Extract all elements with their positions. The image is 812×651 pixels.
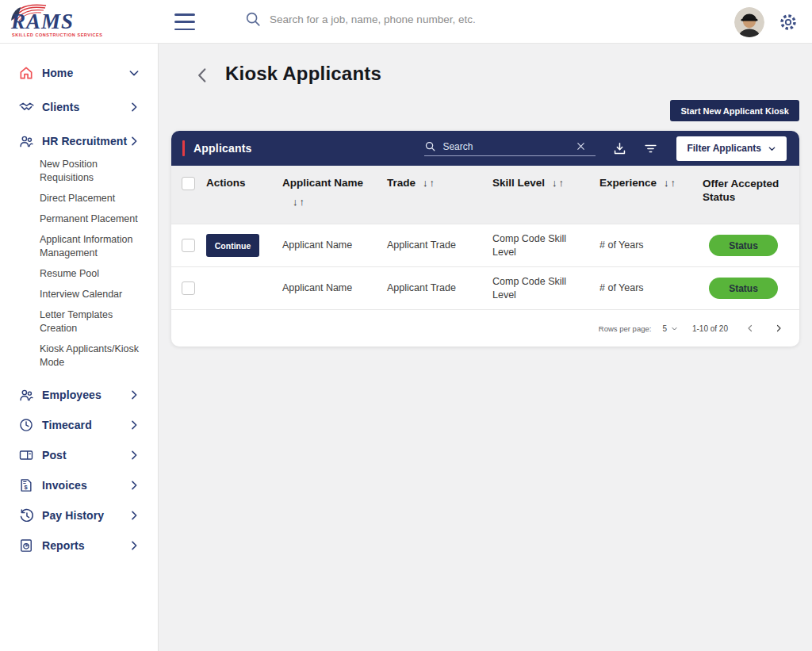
sidebar-item-label: Timecard [42,419,128,431]
gear-icon[interactable] [779,13,798,32]
panel-title: Applicants [193,142,252,155]
cell-applicant-name: Applicant Name [282,281,387,295]
sidebar-item-label: Post [42,449,128,461]
avatar-image [734,7,764,37]
column-header-trade: Trade↓↑ [387,177,492,189]
select-all-checkbox[interactable] [182,177,195,190]
cell-skill-level: Comp Code Skill Level [492,232,580,259]
chevron-right-icon [128,509,140,522]
chevron-right-icon [128,479,140,492]
previous-page-button[interactable] [745,324,755,333]
sort-arrows-icon[interactable]: ↓↑ [664,177,677,189]
sidebar-item-label: Invoices [42,479,128,492]
filter-applicants-label: Filter Applicants [687,143,761,154]
table-pagination: Rows per page: 5 1-10 of 20 [171,309,799,347]
submenu-item-new-position-requisitions[interactable]: New Position Requisitions [40,158,149,185]
main-content: Kiosk Applicants Start New Applicant Kio… [159,44,812,651]
rows-per-page-select[interactable]: 5 [662,324,678,333]
cell-trade: Applicant Trade [387,281,492,295]
submenu-item-permanent-placement[interactable]: Permanent Placement [40,213,149,226]
rows-per-page-label: Rows per page: [599,324,652,333]
back-button[interactable] [190,64,214,88]
cell-trade: Applicant Trade [387,239,492,252]
submenu-item-resume-pool[interactable]: Resume Pool [40,267,149,281]
hr-recruitment-submenu: New Position Requisitions Direct Placeme… [0,156,158,381]
applicants-panel-header: Applicants [171,131,799,166]
sidebar-item-post[interactable]: Post [0,442,158,469]
svg-text:$: $ [25,484,29,491]
chevron-down-icon [671,325,678,332]
sidebar-item-clients[interactable]: Clients [0,94,158,121]
sidebar-item-pay-history[interactable]: Pay History [0,502,158,529]
cell-skill-level: Comp Code Skill Level [492,275,580,302]
accent-bar [182,140,185,156]
column-header-applicant-name: Applicant Name ↓↑ [282,177,387,208]
row-checkbox[interactable] [182,281,195,295]
submenu-item-letter-templates-creation[interactable]: Letter Templates Creation [40,308,149,335]
sidebar-item-label: Home [42,67,128,79]
sort-arrows-icon[interactable]: ↓↑ [293,196,381,208]
menu-button[interactable] [174,13,195,30]
topbar-right [734,0,798,44]
avatar[interactable] [734,7,764,37]
sidebar-item-home[interactable]: Home [0,59,158,86]
sidebar-item-reports[interactable]: Reports [0,532,158,559]
table-row: Continue Applicant Name Applicant Trade … [171,224,799,266]
download-icon[interactable] [612,141,627,156]
clock-icon [17,417,35,433]
sidebar-item-label: HR Recruitment [42,135,128,147]
sort-arrows-icon[interactable]: ↓↑ [423,177,436,189]
sidebar-item-label: Employees [42,389,128,401]
cell-experience: # of Years [599,281,703,295]
brand-name: RAMS [11,10,74,34]
chevron-right-icon [128,539,140,552]
global-search-input[interactable] [270,13,555,25]
column-header-actions: Actions [206,177,282,189]
app-window: RAMS SKILLED CONSTRUCTION SERVICES [0,0,812,651]
rams-logo[interactable]: RAMS SKILLED CONSTRUCTION SERVICES [0,0,119,44]
history-clock-icon [17,507,35,524]
sidebar-item-employees[interactable]: Employees [0,381,158,408]
people-icon [17,133,35,150]
start-new-applicant-kiosk-button[interactable]: Start New Applicant Kiosk [670,100,799,121]
applicants-panel: Applicants [171,131,799,347]
submenu-item-kiosk-applicants-kiosk-mode[interactable]: Kiosk Applicants/Kiosk Mode [40,343,149,370]
submenu-item-interview-calendar[interactable]: Interview Calendar [40,288,149,301]
column-header-skill-level: Skill Level↓↑ [492,177,599,189]
sidebar-item-invoices[interactable]: $ Invoices [0,472,158,499]
chevron-right-icon [128,101,140,113]
sidebar: Home Clients [0,44,159,651]
sort-arrows-icon[interactable]: ↓↑ [552,177,565,189]
search-icon [424,140,436,152]
wallet-icon [17,447,35,463]
clear-search-icon[interactable] [576,141,586,151]
pagination-range: 1-10 of 20 [692,324,728,333]
applicants-search-input[interactable] [442,141,569,152]
cell-experience: # of Years [599,239,703,252]
continue-button[interactable]: Continue [206,234,259,257]
status-badge[interactable]: Status [709,278,778,299]
rows-per-page-value: 5 [662,324,667,333]
handshake-icon [17,99,35,116]
status-badge[interactable]: Status [709,235,778,256]
page-title: Kiosk Applicants [225,63,381,85]
column-header-offer-accepted-status: Offer Accepted Status [703,177,791,204]
chevron-down-icon [768,144,776,153]
global-search [244,10,577,28]
chevron-right-icon [128,135,140,147]
filter-icon[interactable] [643,141,658,156]
table-row: Applicant Name Applicant Trade Comp Code… [171,266,799,309]
filter-applicants-dropdown[interactable]: Filter Applicants [676,136,787,161]
home-icon [17,65,35,81]
people-icon [17,387,35,404]
submenu-item-direct-placement[interactable]: Direct Placement [40,192,149,205]
invoice-dollar-icon: $ [17,477,35,493]
table-header-row: Actions Applicant Name ↓↑ Trade↓↑ Skill … [171,166,799,224]
sidebar-item-timecard[interactable]: Timecard [0,412,158,438]
row-checkbox[interactable] [182,239,195,252]
topbar: RAMS SKILLED CONSTRUCTION SERVICES [0,0,812,44]
next-page-button[interactable] [774,324,783,333]
applicants-search [424,140,596,156]
sidebar-item-hr-recruitment[interactable]: HR Recruitment [0,128,158,155]
submenu-item-applicant-information-management[interactable]: Applicant Information Management [40,233,149,260]
